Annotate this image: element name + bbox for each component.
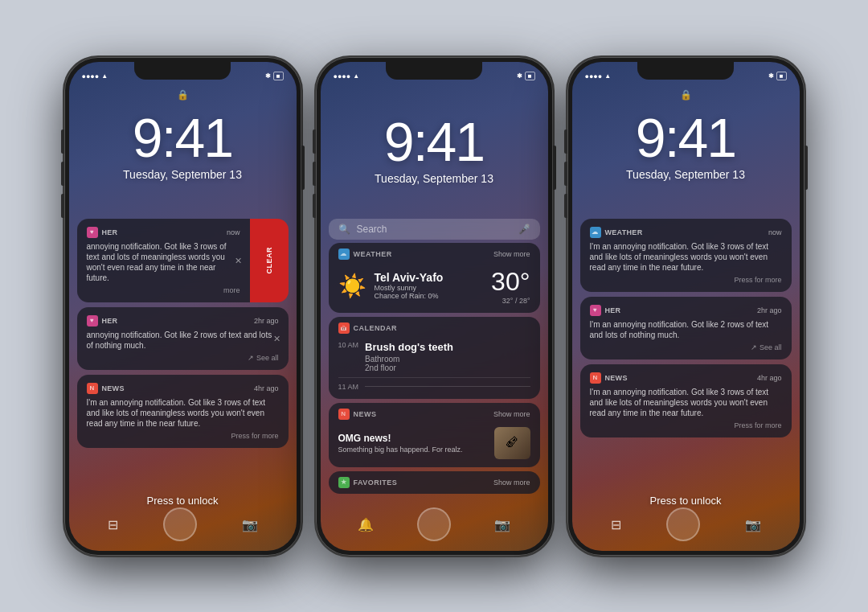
notif-time-1b: 2hr ago [254,317,279,325]
mic-icon[interactable]: 🎤 [518,224,530,235]
see-all-1b[interactable]: ↗ See all [248,354,278,362]
notch-3 [637,62,734,80]
phone-2-screen: ●●●● ▲ ✱ ■ 9:41 Tuesday, September 13 🔍 … [321,62,548,551]
phone-2: ●●●● ▲ ✱ ■ 9:41 Tuesday, September 13 🔍 … [316,57,553,556]
weather-city: Tel Aviv-Yafo [375,271,444,284]
news-show-more[interactable]: Show more [493,410,530,418]
notif-app-name-1a: HER [102,228,118,236]
notif-time-1c: 4hr ago [254,384,279,392]
favorites-header: ★ FAVORITES Show more [329,471,540,494]
notif-card-3a[interactable]: ☁ WEATHER now I'm an annoying notificati… [580,219,792,292]
weather-header: ☁ WEATHER Show more [329,243,540,263]
notif-card-1b[interactable]: ♥ HER 2hr ago annoying notification. Got… [77,307,289,370]
lock-icon-3: 🔒 [680,89,692,101]
notif-app-name-1c: NEWS [102,384,125,392]
notif-card-1a[interactable]: ♥ HER now annoying notification. Got lik… [77,219,250,302]
home-button-3[interactable] [666,507,700,541]
notif-card-1c[interactable]: N NEWS 4hr ago I'm an annoying notificat… [77,375,289,448]
notif-group-container: CLEAR ♥ HER now annoying notification. G… [77,219,289,302]
notif-footer-1b: ↗ See all [87,354,279,362]
news-title: OMG news! [338,433,488,444]
notif-app-name-1b: HER [102,317,118,325]
news-content: OMG news! Something big has happend. For… [329,423,540,467]
cal-divider-line [365,386,530,387]
news-app-name: N NEWS [338,409,377,420]
weather-show-more[interactable]: Show more [493,250,530,258]
grid-icon-3[interactable]: ⊟ [611,517,621,532]
close-icon-1a[interactable]: ✕ [235,255,242,265]
battery-2: ■ [525,72,535,80]
clear-reveal[interactable]: CLEAR [250,219,289,302]
notif-card-3c[interactable]: N NEWS 4hr ago I'm an annoying notificat… [580,364,792,437]
weather-temp: 30° [491,267,530,297]
home-button-2[interactable] [417,507,451,541]
phone-1: ●●●● ▲ ✱ ■ 🔒 9:41 Tuesday, September 13 … [64,57,301,556]
carrier-1: ●●●● [82,72,100,80]
notif-body-3a: I'm an annoying notification. Got like 3… [590,241,782,273]
clear-label[interactable]: CLEAR [265,247,273,274]
time-display-3: 9:41 [572,110,800,165]
carrier-2: ●●●● [334,72,351,80]
weather-widget: ☁ WEATHER Show more ☀️ Tel Aviv-Yafo Mos… [329,243,540,313]
weather-content: ☀️ Tel Aviv-Yafo Mostly sunny Chance of … [329,263,540,313]
press-more-3a: Press for more [734,276,781,284]
notif-body-1c: I'm an annoying notification. Got like 3… [87,397,279,429]
notif-footer-1c: Press for more [87,432,279,440]
search-bar[interactable]: 🔍 Search 🎤 [329,219,540,240]
notif-more-1a: more [223,286,240,294]
home-button-1[interactable] [163,507,197,541]
calendar-icon-small: 📅 [338,322,350,334]
notif-app-icon-1b: ♥ [87,315,98,327]
battery-1: ■ [273,72,284,80]
notif-time-1a: now [227,228,240,236]
notif-time-3b: 2hr ago [757,306,782,314]
date-display-3: Tuesday, September 13 [572,168,800,181]
calendar-widget: 📅 CALENDAR 10 AM Brush dog's teeth Bathr… [329,317,540,399]
cal-event-details: Brush dog's teeth Bathroom 2nd floor [365,341,530,372]
press-unlock-1[interactable]: Press to unlock [69,495,297,507]
notif-body-1a: annoying notification. Got like 3 rows o… [87,241,240,283]
notif-body-3b: I'm an annoying notification. Got like 2… [590,319,782,340]
camera-icon-2[interactable]: 📷 [494,517,510,532]
news-text: OMG news! Something big has happend. For… [338,433,488,454]
bluetooth-3: ✱ [768,72,774,80]
camera-icon-1[interactable]: 📷 [242,517,258,532]
status-right-1: ✱ ■ [265,72,284,80]
notif-app-info-1c: N NEWS [87,383,125,394]
phone-3: ●●●● ▲ ✱ ■ 🔒 9:41 Tuesday, September 13 … [567,57,805,556]
news-desc: Something big has happend. For realz. [338,446,488,454]
notif-app-icon-3a: ☁ [590,227,601,238]
bluetooth-2: ✱ [517,72,522,80]
weather-app-name: ☁ WEATHER [338,248,392,260]
phone-3-screen: ●●●● ▲ ✱ ■ 🔒 9:41 Tuesday, September 13 … [572,62,800,551]
cal-event-title: Brush dog's teeth [365,341,530,353]
bell-icon-2[interactable]: 🔔 [358,517,374,532]
notif-app-icon-3b: ♥ [590,305,601,316]
status-left-1: ●●●● ▲ [82,72,108,80]
phone-1-screen: ●●●● ▲ ✱ ■ 🔒 9:41 Tuesday, September 13 … [69,62,297,551]
weather-rain: Chance of Rain: 0% [375,292,444,300]
press-unlock-3[interactable]: Press to unlock [572,495,800,507]
see-all-3b[interactable]: ↗ See all [751,343,781,351]
calendar-app-name: 📅 CALENDAR [338,322,398,334]
weather-sun-icon: ☀️ [338,273,366,299]
notifications-1: CLEAR ♥ HER now annoying notification. G… [77,219,289,448]
notif-header-3a: ☁ WEATHER now [590,227,782,238]
news-icon-small: N [338,409,350,420]
bottom-bar-3: ⊟ 📷 [572,507,800,543]
cal-time-line: 11 AM [338,377,530,391]
favorites-icon-small: ★ [338,477,350,488]
camera-icon-3[interactable]: 📷 [745,517,761,532]
cal-event-row: 10 AM Brush dog's teeth Bathroom 2nd flo… [338,341,530,372]
close-icon-1b[interactable]: ✕ [273,333,280,343]
notif-header-3c: N NEWS 4hr ago [590,372,782,384]
notif-card-3b[interactable]: ♥ HER 2hr ago I'm an annoying notificati… [580,297,792,359]
notif-app-info-1a: ♥ HER [87,227,118,238]
favorites-show-more[interactable]: Show more [493,479,530,487]
weather-range: 32° / 28° [491,297,530,305]
weather-info: Tel Aviv-Yafo Mostly sunny Chance of Rai… [375,271,444,300]
notif-body-3c: I'm an annoying notification. Got like 3… [590,387,782,418]
notif-footer-3c: Press for more [590,421,782,429]
date-display-2: Tuesday, September 13 [321,172,548,185]
grid-icon-1[interactable]: ⊟ [108,517,118,532]
